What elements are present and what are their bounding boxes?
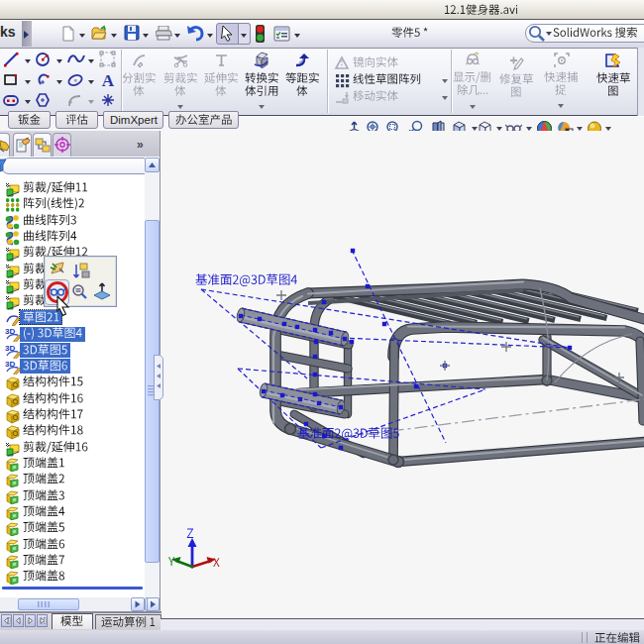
svg-text:A: A xyxy=(102,71,115,89)
